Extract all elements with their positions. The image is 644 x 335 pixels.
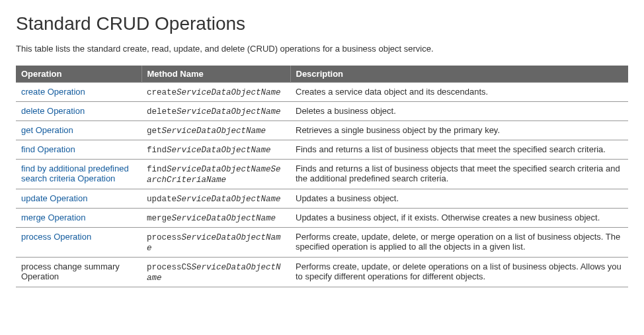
method-prefix: create xyxy=(147,88,177,97)
operation-cell: get Operation xyxy=(16,121,141,140)
operation-cell: find by additional predefined search cri… xyxy=(16,160,141,189)
operation-cell: process change summary Operation xyxy=(16,258,141,287)
description-cell: Performs create, update, delete, or merg… xyxy=(290,228,628,258)
method-name: deleteServiceDataObjectName xyxy=(147,107,281,117)
method-prefix: update xyxy=(147,195,177,204)
operation-cell: find Operation xyxy=(16,140,141,160)
description-cell: Creates a service data object and its de… xyxy=(290,83,628,102)
method-prefix: get xyxy=(147,126,162,136)
method-prefix: merge xyxy=(147,214,172,223)
operation-link[interactable]: process Operation xyxy=(21,232,91,242)
method-cell: deleteServiceDataObjectName xyxy=(141,102,290,121)
method-italic: ServiceDataObjectName xyxy=(177,88,281,97)
method-cell: processCSServiceDataObjectName xyxy=(141,258,290,287)
method-name: mergeServiceDataObjectName xyxy=(147,214,276,223)
operation-cell: process Operation xyxy=(16,228,141,258)
method-cell: mergeServiceDataObjectName xyxy=(141,209,290,228)
description-cell: Updates a business object. xyxy=(290,189,628,209)
operation-link[interactable]: merge Operation xyxy=(21,213,86,222)
method-cell: getServiceDataObjectName xyxy=(141,121,290,140)
page-title: Standard CRUD Operations xyxy=(16,13,628,34)
description-cell: Retrieves a single business object by th… xyxy=(290,121,628,140)
method-italic: ServiceDataObjectNameSearchCriteriaName xyxy=(147,165,281,185)
table-row: merge OperationmergeServiceDataObjectNam… xyxy=(16,209,628,228)
method-cell: updateServiceDataObjectName xyxy=(141,189,290,209)
description-cell: Finds and returns a list of business obj… xyxy=(290,140,628,160)
operation-cell: merge Operation xyxy=(16,209,141,228)
operation-link[interactable]: find by additional predefined search cri… xyxy=(21,164,129,183)
operation-cell: delete Operation xyxy=(16,102,141,121)
table-row: update OperationupdateServiceDataObjectN… xyxy=(16,189,628,209)
table-row: get OperationgetServiceDataObjectNameRet… xyxy=(16,121,628,140)
table-row: delete OperationdeleteServiceDataObjectN… xyxy=(16,102,628,121)
method-prefix: find xyxy=(147,165,167,174)
operation-link[interactable]: create Operation xyxy=(21,87,85,97)
method-cell: findServiceDataObjectName xyxy=(141,140,290,160)
method-prefix: delete xyxy=(147,107,177,117)
description-cell: Finds and returns a list of business obj… xyxy=(290,160,628,189)
method-name: processCSServiceDataObjectName xyxy=(147,263,281,283)
intro-text: This table lists the standard create, re… xyxy=(16,44,628,54)
header-method: Method Name xyxy=(141,66,290,83)
method-name: updateServiceDataObjectName xyxy=(147,195,281,204)
table-row: process change summary OperationprocessC… xyxy=(16,258,628,287)
description-cell: Updates a business object, if it exists.… xyxy=(290,209,628,228)
operation-link[interactable]: update Operation xyxy=(21,193,87,203)
method-name: findServiceDataObjectNameSearchCriteriaN… xyxy=(147,165,281,185)
method-cell: createServiceDataObjectName xyxy=(141,83,290,102)
description-cell: Deletes a business object. xyxy=(290,102,628,121)
table-row: find by additional predefined search cri… xyxy=(16,160,628,189)
method-italic: ServiceDataObjectName xyxy=(172,214,276,223)
method-italic: ServiceDataObjectName xyxy=(177,195,281,204)
method-name: processServiceDataObjectName xyxy=(147,233,281,253)
header-description: Description xyxy=(290,66,628,83)
operation-cell: create Operation xyxy=(16,83,141,102)
method-name: findServiceDataObjectName xyxy=(147,146,271,155)
method-italic: ServiceDataObjectName xyxy=(162,126,266,136)
operation-text: process change summary Operation xyxy=(21,262,120,281)
method-prefix: processCS xyxy=(147,263,192,272)
operation-link[interactable]: find Operation xyxy=(21,144,75,154)
operation-cell: update Operation xyxy=(16,189,141,209)
method-name: getServiceDataObjectName xyxy=(147,126,266,136)
method-italic: ServiceDataObjectName xyxy=(177,107,281,117)
table-row: create OperationcreateServiceDataObjectN… xyxy=(16,83,628,102)
crud-table: Operation Method Name Description create… xyxy=(16,66,628,287)
header-operation: Operation xyxy=(16,66,141,83)
description-cell: Performs create, update, or delete opera… xyxy=(290,258,628,287)
method-name: createServiceDataObjectName xyxy=(147,88,281,97)
operation-link[interactable]: delete Operation xyxy=(21,106,85,116)
table-row: process OperationprocessServiceDataObjec… xyxy=(16,228,628,258)
method-prefix: find xyxy=(147,146,167,155)
operation-link[interactable]: get Operation xyxy=(21,125,73,135)
method-cell: processServiceDataObjectName xyxy=(141,228,290,258)
table-row: find OperationfindServiceDataObjectNameF… xyxy=(16,140,628,160)
method-italic: ServiceDataObjectName xyxy=(167,146,271,155)
method-cell: findServiceDataObjectNameSearchCriteriaN… xyxy=(141,160,290,189)
method-prefix: process xyxy=(147,233,182,242)
